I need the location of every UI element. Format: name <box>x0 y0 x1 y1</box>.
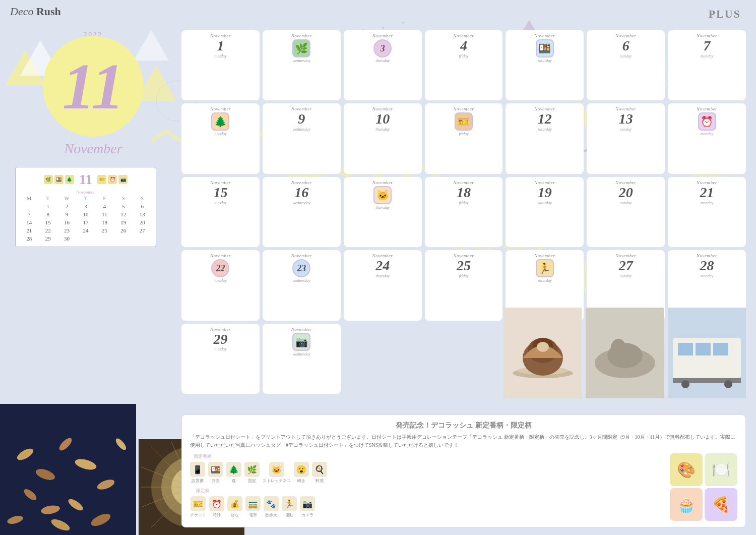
svg-point-9 <box>402 22 404 24</box>
day-card-20: November20sunday <box>587 177 665 247</box>
day-number-19: 19 <box>538 185 552 201</box>
announcement-text: 「デコラッシュ日付シート」をプリントアウトして頂きありがとうございます。日付シー… <box>190 433 737 449</box>
day-name-1: tuesday <box>214 54 226 58</box>
day-name-3: thursday <box>375 58 390 63</box>
mini-icon-6: 📷 <box>118 175 128 184</box>
camera-icon: 📷 <box>300 496 315 511</box>
day-number-27: 27 <box>619 258 633 274</box>
ticket-icon: 🎫 <box>191 496 206 511</box>
day-card-15: November15tuesday <box>181 177 260 247</box>
announcement-title: 発売記念！デコラッシュ 新定番柄・限定柄 <box>190 421 737 430</box>
day-name-12: saturday <box>538 127 552 132</box>
day-name-22: tuesday <box>214 278 226 283</box>
svg-point-60 <box>614 339 622 349</box>
day-card-1: November1tuesday <box>181 30 260 100</box>
large-sticker-3: 🧁 <box>670 488 703 521</box>
day-name-29: tuesday <box>214 347 226 351</box>
day-name-17: thursday <box>375 205 390 210</box>
sticker-circle-3: 3 <box>373 39 392 57</box>
day-card-25: November25friday <box>425 250 503 320</box>
day-card-29: November29tuesday <box>181 324 260 394</box>
sticker-exercise: 🏃運動 <box>282 496 297 518</box>
sticker-box-11: 🎫 <box>455 112 473 131</box>
day-card-21: November21monday <box>668 177 746 247</box>
sticker-box-26: 🏃 <box>536 259 554 277</box>
day-number-10: 10 <box>375 111 390 127</box>
sticker-cooking: 🍳料理 <box>312 462 327 484</box>
sticker-bento: 🍱弁当 <box>208 462 223 484</box>
money-icon: 💰 <box>227 496 242 511</box>
day-number-13: 13 <box>619 111 633 127</box>
photo-cat <box>586 308 664 398</box>
day-name-28: monday <box>701 274 713 278</box>
day-number-15: 15 <box>213 185 227 201</box>
day-card-10: November10thursday <box>344 103 422 173</box>
dog-walk-icon: 🐾 <box>264 496 279 511</box>
day-number-21: 21 <box>700 185 714 201</box>
month-label-26: November <box>534 253 555 258</box>
svg-rect-63 <box>678 343 693 355</box>
mini-icon-5: ⏰ <box>108 175 117 184</box>
day-card-22: November22tuesday <box>181 250 260 320</box>
day-name-20: sunday <box>620 201 632 205</box>
header: Deco Rush <box>10 5 61 18</box>
logo: Deco Rush <box>10 5 61 18</box>
svg-point-67 <box>681 380 689 388</box>
day-name-10: thursday <box>375 127 390 132</box>
month-number: 11 <box>62 53 124 119</box>
large-sticker-2: 🍽️ <box>705 453 737 486</box>
day-card-13: November13sunday <box>587 103 665 173</box>
day-card-4: November4friday <box>425 30 503 100</box>
day-number-20: 20 <box>619 185 633 201</box>
large-sticker-row2: 🧁 🍕 <box>670 488 737 521</box>
day-name-13: sunday <box>620 127 632 132</box>
empty-cell-1 <box>425 324 503 394</box>
sticker-box-5: 🍱 <box>536 39 554 57</box>
day-number-18: 18 <box>457 185 471 201</box>
clock-icon: ⏰ <box>209 496 224 511</box>
day-number-16: 16 <box>294 185 308 201</box>
mini-icon-1: 🌿 <box>44 175 53 184</box>
weekday-s: S <box>114 195 133 202</box>
day-number-24: 24 <box>375 258 390 274</box>
empty-cell-0 <box>344 324 422 394</box>
day-card-17: November🐱thursday <box>344 177 422 247</box>
mini-month-name: November <box>20 190 152 195</box>
cooking-icon: 🍳 <box>312 462 327 477</box>
day-name-16: wednesday <box>293 201 310 205</box>
sticker-notebook: 📱設置書 <box>190 462 205 484</box>
day-number-9: 9 <box>298 111 305 127</box>
new-label: 新定番柄 <box>190 453 215 460</box>
day-card-6: November6sunday <box>587 30 665 100</box>
sticker-camera: 📷カメラ <box>300 496 315 518</box>
weekday-w: W <box>57 195 76 202</box>
sticker-box-8: 🌲 <box>211 112 229 131</box>
day-name-25: friday <box>459 274 468 278</box>
bento-icon: 🍱 <box>208 462 223 477</box>
month-label-17: November <box>372 180 393 185</box>
new-stickers: 新定番柄 📱設置書 🍱弁当 🌲森 🌿固定 🐱ストレッチネコ 😮鳴き 🍳料理 限定… <box>190 453 327 518</box>
sticker-forest: 🌲森 <box>226 462 241 484</box>
left-panel: 2022 11 November 🌿 🍱 🌲 11 🎫 ⏰ 📷 November… <box>10 30 176 247</box>
mini-icon-4: 🎫 <box>97 175 106 184</box>
day-name-14: monday <box>701 132 713 136</box>
day-card-19: November19saturday <box>506 177 584 247</box>
photo-row <box>503 308 746 398</box>
sticker-cry: 😮鳴き <box>294 462 309 484</box>
day-card-3: November3thursday <box>344 30 422 100</box>
notebook-icon: 📱 <box>190 462 205 477</box>
svg-point-55 <box>537 342 549 352</box>
day-name-11: friday <box>459 132 468 136</box>
weekday-f: F <box>95 195 114 202</box>
cat-stretch-icon: 🐱 <box>269 462 284 477</box>
svg-point-7 <box>382 27 384 29</box>
day-name-2: wednesday <box>293 58 310 63</box>
sticker-box-17: 🐱 <box>373 186 392 204</box>
day-card-8: November🌲tuesday <box>181 103 260 173</box>
stickers-section: 新定番柄 📱設置書 🍱弁当 🌲森 🌿固定 🐱ストレッチネコ 😮鳴き 🍳料理 限定… <box>190 453 737 521</box>
photo-dessert <box>503 308 582 398</box>
sticker-circle-22: 22 <box>211 259 229 277</box>
day-name-18: friday <box>459 201 468 205</box>
day-number-6: 6 <box>622 38 629 54</box>
day-card-16: November16wednesday <box>263 177 341 247</box>
